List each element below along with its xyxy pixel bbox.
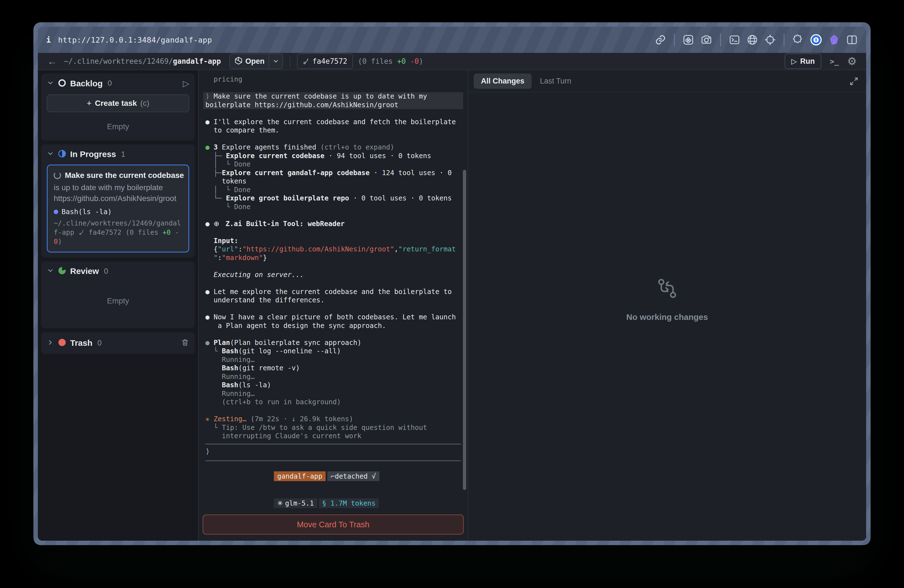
globe-icon[interactable] bbox=[746, 34, 758, 46]
terminal-line bbox=[205, 305, 461, 313]
terminal-line: (ctrl+b to run in background) bbox=[205, 398, 461, 406]
trash-count: 0 bbox=[97, 339, 101, 348]
tab-last-turn[interactable]: Last Turn bbox=[540, 77, 571, 85]
trash-icon[interactable] bbox=[181, 338, 189, 348]
titlebar-separator bbox=[784, 33, 784, 46]
chevron-down-icon[interactable] bbox=[47, 267, 54, 275]
worktree-path: ~/.cline/worktrees/12469/gandalf-app bbox=[64, 57, 221, 65]
move-card-to-trash-button[interactable]: Move Card To Trash bbox=[202, 514, 464, 534]
back-button[interactable]: ← bbox=[47, 56, 57, 67]
files-changed-info: (0 files +0 -0) bbox=[358, 57, 424, 65]
terminal-line: Running… bbox=[205, 373, 461, 381]
terminal-line: │ └ Done bbox=[205, 186, 461, 194]
tab-all-changes[interactable]: All Changes bbox=[474, 74, 532, 89]
link-icon[interactable] bbox=[654, 34, 666, 46]
terminal-line bbox=[205, 262, 461, 270]
terminal-line: to compare them. bbox=[205, 126, 461, 135]
git-compare-icon bbox=[657, 278, 678, 300]
terminal-line: │ └ Done bbox=[205, 160, 461, 169]
app-window: i http://127.0.0.1:3484/gandalf-app bbox=[33, 22, 871, 545]
backlog-title: Backlog bbox=[70, 79, 103, 88]
app-toolbar: ← ~/.cline/worktrees/12469/gandalf-app O… bbox=[38, 53, 866, 70]
review-status-icon bbox=[58, 266, 66, 276]
review-count: 0 bbox=[104, 267, 108, 276]
gem-icon[interactable] bbox=[828, 34, 840, 46]
terminal-line bbox=[205, 135, 461, 143]
create-task-shortcut: (c) bbox=[140, 99, 149, 108]
agent-terminal[interactable]: pricing ⟩ Make sure the current codebase… bbox=[198, 70, 468, 541]
editor-logo-icon bbox=[234, 57, 243, 66]
review-section: Review 0 Empty bbox=[41, 261, 195, 328]
onepassword-icon[interactable] bbox=[810, 34, 822, 46]
tool-status-dot bbox=[54, 210, 58, 214]
terminal-line: Bash(git remote -v) bbox=[205, 364, 461, 373]
chevron-down-icon[interactable] bbox=[47, 150, 54, 158]
terminal-icon[interactable] bbox=[729, 34, 740, 46]
terminal-line: ● Now I have a clear picture of both cod… bbox=[205, 313, 461, 322]
terminal-toggle-icon[interactable]: >_ bbox=[830, 57, 839, 66]
info-icon[interactable]: i bbox=[46, 35, 51, 44]
terminal-line: └─ Explore groot boilerplate repo · 0 to… bbox=[205, 194, 461, 203]
terminal-prompt[interactable]: ⟩ bbox=[205, 447, 461, 457]
terminal-line: Bash(ls -la) bbox=[205, 381, 461, 389]
terminal-line: ● ⊕ Z.ai Built-in Tool: webReader bbox=[205, 220, 461, 228]
photos-icon[interactable] bbox=[683, 34, 694, 46]
branch-chip[interactable]: fa4e7572 bbox=[297, 54, 353, 69]
expand-panel-icon[interactable] bbox=[849, 76, 859, 87]
terminal-line: tokens bbox=[205, 177, 461, 186]
task-card-body: is up to date with my boilerplate https:… bbox=[54, 182, 182, 204]
create-task-button[interactable]: + Create task (c) bbox=[47, 94, 189, 112]
puzzle-icon[interactable] bbox=[792, 34, 804, 46]
terminal-line: interrupting Claude's current work bbox=[205, 432, 461, 441]
plus-icon: + bbox=[87, 98, 92, 108]
terminal-line: Input: bbox=[205, 237, 461, 245]
terminal-line: Running… bbox=[205, 356, 461, 364]
terminal-log: pricing ⟩ Make sure the current codebase… bbox=[205, 75, 461, 441]
tokens-badge: § 1.7M tokens bbox=[319, 498, 379, 508]
camera-icon[interactable] bbox=[700, 34, 713, 46]
target-icon[interactable] bbox=[764, 34, 776, 46]
play-icon: ▷ bbox=[791, 57, 797, 65]
task-card-title: Make sure the current codebase bbox=[65, 171, 184, 180]
terminal-line bbox=[205, 330, 461, 338]
terminal-line: ✳ Zesting… (7m 22s · ↓ 26.9k tokens) bbox=[205, 415, 461, 424]
backlog-empty-label: Empty bbox=[47, 122, 189, 131]
url-text[interactable]: http://127.0.0.1:3484/gandalf-app bbox=[58, 36, 212, 44]
spinner-icon bbox=[54, 172, 61, 179]
chevron-down-icon bbox=[272, 58, 279, 65]
open-dropdown[interactable] bbox=[269, 54, 283, 68]
in-progress-section: In Progress 1 Make sure the current code… bbox=[41, 144, 195, 258]
split-view-icon[interactable] bbox=[846, 34, 858, 46]
chevron-down-icon[interactable] bbox=[47, 79, 54, 88]
backlog-count: 0 bbox=[108, 79, 112, 88]
changes-panel: All Changes Last Turn No working changes bbox=[468, 70, 866, 541]
create-task-label: Create task bbox=[95, 99, 137, 108]
task-card[interactable]: Make sure the current codebase is up to … bbox=[47, 164, 189, 253]
backlog-status-icon bbox=[58, 79, 66, 88]
changes-tabs: All Changes Last Turn bbox=[468, 70, 866, 92]
review-title: Review bbox=[70, 266, 99, 276]
task-card-meta: ~/.cline/worktrees/12469/gandalf-app fa4… bbox=[54, 218, 182, 246]
open-button-label: Open bbox=[243, 57, 269, 66]
terminal-line bbox=[205, 228, 461, 237]
terminal-scroll-area[interactable]: pricing ⟩ Make sure the current codebase… bbox=[199, 70, 468, 511]
chevron-right-icon[interactable] bbox=[47, 339, 54, 347]
terminal-line: Running… bbox=[205, 389, 461, 398]
run-column-icon[interactable]: ▷ bbox=[183, 79, 189, 88]
open-button[interactable]: Open bbox=[229, 54, 283, 69]
workspace-badge: gandalf-app bbox=[274, 471, 326, 481]
titlebar-separator bbox=[720, 33, 721, 46]
terminal-scrollbar[interactable] bbox=[463, 170, 466, 490]
task-tool-call: Bash(ls -la) bbox=[62, 208, 112, 216]
terminal-line: {"url":"https://github.com/AshikNesin/gr… bbox=[205, 245, 461, 254]
in-progress-title: In Progress bbox=[70, 150, 116, 159]
terminal-line: Executing on server... bbox=[205, 270, 461, 279]
run-button[interactable]: ▷ Run bbox=[785, 54, 821, 69]
run-button-label: Run bbox=[800, 57, 815, 66]
kanban-sidebar: Backlog 0 ▷ + Create task (c) Empty bbox=[38, 70, 198, 541]
terminal-line: ├─ Explore current codebase · 94 tool us… bbox=[205, 152, 461, 160]
branch-name: fa4e7572 bbox=[313, 57, 347, 65]
gear-icon[interactable]: ⚙ bbox=[847, 55, 857, 67]
terminal-line bbox=[205, 406, 461, 415]
terminal-line: boilerplate https://github.com/AshikNesi… bbox=[203, 101, 463, 109]
